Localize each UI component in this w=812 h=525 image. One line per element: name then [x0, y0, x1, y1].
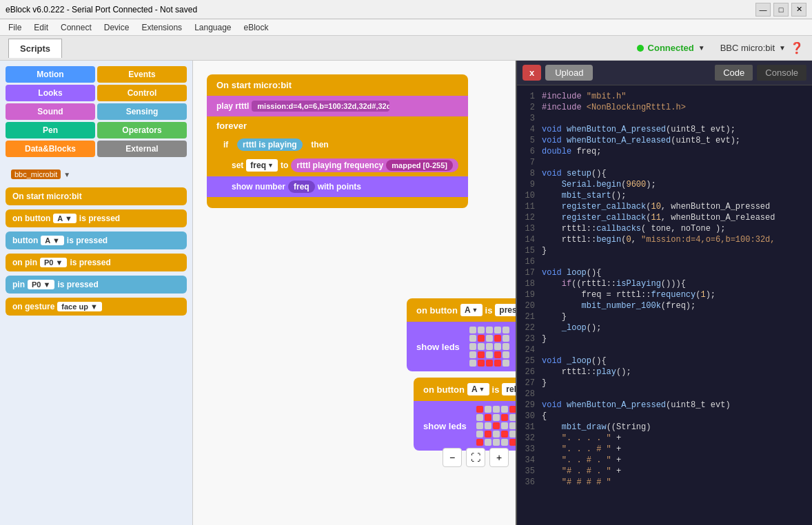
button-a4-dropdown[interactable]: A: [467, 383, 489, 395]
button-pressed-row: on button A is pressed show leds: [407, 298, 516, 371]
code-line-27: 27}: [517, 378, 812, 389]
palette-pin-pressed[interactable]: pin P0 ▼ is pressed: [6, 276, 187, 294]
led-2-2: [478, 335, 485, 342]
code-line-25: 25void _loop(){: [517, 356, 812, 367]
palette-on-button-pressed[interactable]: on button A ▼ is pressed: [6, 209, 187, 227]
on-start-hat[interactable]: On start micro:bit: [207, 74, 468, 96]
upload-button[interactable]: Upload: [545, 65, 593, 81]
pin-p0-2-dropdown[interactable]: P0 ▼: [28, 280, 54, 289]
led2-3-2: [485, 422, 491, 429]
cat-events[interactable]: Events: [97, 66, 187, 83]
led-grid-1: [469, 327, 509, 367]
code-line-21: 21 }: [517, 311, 812, 322]
freq-var-dropdown[interactable]: freq: [246, 159, 278, 172]
dropdown-arrow-icon[interactable]: ▼: [698, 44, 705, 52]
cat-control[interactable]: Control: [97, 85, 187, 101]
palette-on-gesture[interactable]: on gesture face up ▼: [6, 298, 187, 316]
code-line-28: 28: [517, 389, 812, 400]
led2-1-4: [501, 406, 508, 413]
maximize-button[interactable]: □: [773, 3, 789, 17]
button-a-dropdown[interactable]: A ▼: [53, 214, 76, 223]
device-dropdown-icon[interactable]: ▼: [779, 44, 786, 52]
menu-file[interactable]: File: [3, 21, 27, 34]
code-line-2: 2#include <NonBlockingRtttl.h>: [517, 102, 812, 113]
cat-data[interactable]: Data&Blocks: [6, 141, 95, 157]
cat-sound[interactable]: Sound: [6, 103, 95, 120]
freq-var-label: freq: [288, 181, 315, 193]
led2-1-3: [493, 406, 500, 413]
zoom-out-button[interactable]: −: [443, 448, 462, 467]
code-line-18: 18 if((rtttl::isPlaying())){: [517, 278, 812, 289]
led2-5-3: [493, 439, 500, 446]
connection-status: Connected ▼ BBC micro:bit ▼ ❓: [637, 41, 804, 54]
cat-sensing[interactable]: Sensing: [97, 103, 187, 120]
pressed-dropdown[interactable]: pressed: [495, 304, 516, 316]
play-rtttl-block[interactable]: play rtttl mission:d=4,o=6,b=100:32d,32d…: [207, 96, 468, 116]
upload-x-button[interactable]: x: [522, 65, 541, 81]
pin-p0-dropdown[interactable]: P0 ▼: [40, 258, 67, 267]
code-line-16: 16: [517, 256, 812, 267]
menu-language[interactable]: Language: [189, 21, 236, 34]
released-dropdown[interactable]: released: [502, 383, 516, 395]
code-line-31: 31 mbit_draw((String): [517, 422, 812, 433]
led-4-4: [494, 351, 501, 358]
console-tab[interactable]: Console: [757, 65, 806, 81]
code-line-5: 5void whenButton_A_released(uint8_t evt)…: [517, 135, 812, 146]
scripts-tab[interactable]: Scripts: [8, 39, 62, 58]
show-leds-block-1[interactable]: show leds: [407, 322, 516, 371]
code-line-6: 6double freq;: [517, 146, 812, 157]
led-2-3: [486, 335, 493, 342]
block-palette: bbc_microbit ▼ On start micro:bit on but…: [0, 163, 192, 321]
led-2-1: [469, 335, 476, 342]
code-line-13: 13 rtttl::callbacks( tone, noTone );: [517, 223, 812, 234]
start-block-group: On start micro:bit play rtttl mission:d=…: [207, 74, 468, 208]
gesture-dropdown[interactable]: face up ▼: [57, 302, 101, 311]
code-area[interactable]: 1#include "mbit.h" 2#include <NonBlockin…: [517, 85, 812, 525]
help-icon[interactable]: ❓: [790, 41, 804, 54]
canvas-area[interactable]: On start micro:bit play rtttl mission:d=…: [193, 61, 516, 525]
rtttl-playing-condition: rtttl is playing: [237, 138, 303, 151]
zoom-in-button[interactable]: +: [489, 448, 509, 467]
cat-motion[interactable]: Motion: [6, 66, 95, 83]
minimize-button[interactable]: —: [755, 3, 771, 17]
fit-button[interactable]: ⛶: [466, 448, 485, 467]
on-button-released-hat[interactable]: on button A is released: [414, 378, 516, 401]
palette-on-start[interactable]: On start micro:bit: [6, 187, 187, 205]
led-1-5: [503, 327, 509, 333]
led-5-5: [503, 360, 509, 367]
code-tab[interactable]: Code: [715, 65, 753, 81]
led2-1-1: [476, 406, 483, 413]
device-label[interactable]: BBC micro:bit: [720, 43, 775, 53]
show-number-block[interactable]: show number freq with points: [207, 176, 468, 197]
menu-eblock[interactable]: eBlock: [238, 21, 274, 34]
led2-1-2: [485, 406, 491, 413]
close-button[interactable]: ✕: [791, 3, 806, 17]
cat-looks[interactable]: Looks: [6, 85, 95, 101]
code-line-1: 1#include "mbit.h": [517, 91, 812, 102]
if-block[interactable]: if rtttl is playing then: [207, 135, 468, 154]
menu-device[interactable]: Device: [99, 21, 135, 34]
palette-on-pin-pressed[interactable]: on pin P0 ▼ is pressed: [6, 254, 187, 271]
set-freq-block[interactable]: set freq to rtttl playing frequency mapp…: [207, 154, 468, 176]
cat-external[interactable]: External: [97, 141, 187, 157]
button-a2-dropdown[interactable]: A ▼: [41, 236, 63, 245]
forever-block[interactable]: forever: [207, 116, 468, 135]
start-end-block: [207, 197, 468, 208]
menu-extensions[interactable]: Extensions: [136, 21, 187, 34]
on-button-pressed-hat[interactable]: on button A is pressed: [407, 298, 516, 322]
led-4-3: [486, 351, 493, 358]
button-a3-dropdown[interactable]: A: [460, 304, 483, 316]
menu-edit[interactable]: Edit: [28, 21, 54, 34]
cat-pen[interactable]: Pen: [6, 122, 95, 138]
menu-connect[interactable]: Connect: [55, 21, 97, 34]
led-5-2: [478, 360, 485, 367]
bbc-dropdown-icon[interactable]: ▼: [63, 171, 70, 178]
palette-button-pressed[interactable]: button A ▼ is pressed: [6, 231, 187, 249]
show-leds-block-2[interactable]: show leds: [414, 401, 516, 451]
led2-3-5: [509, 422, 516, 429]
led-2-5: [503, 335, 509, 342]
toolbar: Scripts Connected ▼ BBC micro:bit ▼ ❓: [0, 36, 812, 61]
cat-operators[interactable]: Operators: [97, 122, 187, 138]
led2-2-4: [501, 414, 508, 421]
led2-4-4: [501, 431, 508, 438]
